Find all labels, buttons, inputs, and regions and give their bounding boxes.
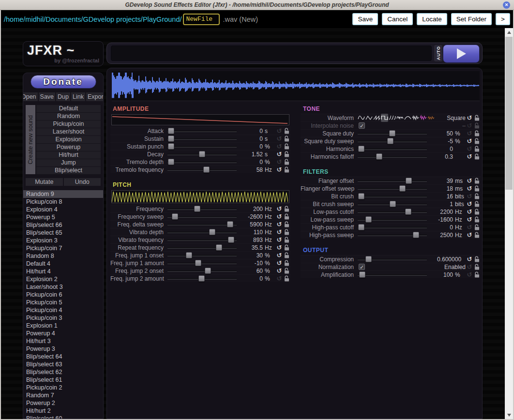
slider-thumb[interactable] (194, 206, 200, 212)
donate-button[interactable]: Donate (30, 75, 96, 89)
reset-icon[interactable]: ↺ (275, 268, 283, 274)
sound-list-item[interactable]: Pickup/coin 2 (23, 384, 103, 391)
slider-track[interactable] (167, 146, 237, 148)
lock-icon[interactable] (473, 201, 481, 207)
param-control[interactable] (167, 159, 237, 165)
param-control[interactable] (167, 237, 237, 243)
slider-track[interactable] (167, 162, 237, 163)
lock-icon[interactable] (473, 115, 481, 121)
sound-list-item[interactable]: Blip/select 61 (23, 376, 103, 384)
slider-thumb[interactable] (168, 159, 174, 165)
param-control[interactable] (358, 256, 427, 263)
sound-list-item[interactable]: Powerup 4 (23, 330, 103, 337)
autoplay-toggle[interactable]: AUTO (434, 45, 442, 61)
lock-icon[interactable] (283, 260, 290, 266)
param-control[interactable] (358, 201, 427, 208)
reset-icon[interactable]: ↺ (466, 193, 473, 200)
sound-list-item[interactable]: Random 7 (23, 391, 103, 399)
toolbar-button-set-folder[interactable]: Set Folder (451, 13, 492, 25)
lock-icon[interactable] (283, 166, 290, 173)
reset-icon[interactable]: ↺ (275, 252, 283, 259)
lock-icon[interactable] (473, 256, 481, 262)
lock-icon[interactable] (283, 237, 290, 243)
param-control[interactable] (167, 244, 237, 251)
checkbox-checked[interactable]: ✓ (359, 264, 365, 270)
page-scrollbar[interactable] (505, 28, 513, 419)
reset-icon[interactable]: ↺ (466, 209, 473, 215)
waveform-option-breaker-icon[interactable] (404, 114, 411, 122)
slider-track[interactable] (358, 156, 427, 158)
lock-icon[interactable] (473, 216, 481, 223)
slider-thumb[interactable] (195, 260, 201, 266)
reset-icon[interactable]: ↺ (275, 275, 283, 282)
lock-icon[interactable] (473, 138, 481, 144)
sound-list-item[interactable]: Default 4 (23, 260, 103, 268)
slider-thumb[interactable] (198, 275, 205, 282)
reset-icon[interactable]: ↺ (466, 138, 473, 145)
slider-track[interactable] (358, 196, 427, 197)
reset-icon[interactable]: ↺ (466, 201, 473, 208)
lock-icon[interactable] (473, 193, 481, 199)
param-control[interactable] (167, 252, 237, 259)
slider-track[interactable] (358, 227, 427, 228)
waveform-option-whitenoise-icon[interactable] (412, 114, 419, 122)
file-action-link[interactable]: Link (71, 92, 85, 101)
slider-thumb[interactable] (205, 268, 211, 274)
slider-track[interactable] (167, 255, 237, 256)
toolbar-button-locate[interactable]: Locate (417, 13, 447, 25)
reset-icon[interactable]: ↺ (275, 213, 283, 220)
param-control[interactable] (358, 178, 427, 184)
slider-thumb[interactable] (227, 221, 233, 227)
lock-icon[interactable] (473, 224, 481, 230)
reset-icon[interactable]: ↺ (466, 178, 473, 184)
slider-thumb[interactable] (168, 143, 174, 150)
preset-explosion[interactable]: Explosion (36, 136, 101, 143)
slider-track[interactable] (167, 232, 237, 233)
sound-list-item[interactable]: Laser/shoot 3 (23, 283, 103, 291)
param-control[interactable] (358, 216, 427, 223)
param-control[interactable] (167, 166, 237, 173)
slider-thumb[interactable] (387, 138, 393, 144)
reset-icon[interactable]: ↺ (466, 146, 473, 152)
slider-track[interactable] (167, 131, 237, 132)
file-action-export[interactable]: Export (86, 92, 104, 101)
slider-thumb[interactable] (376, 153, 382, 160)
lock-icon[interactable] (473, 178, 481, 184)
sound-list-item[interactable]: Hit/hurt 3 (23, 337, 103, 345)
reset-icon[interactable]: ↺ (466, 216, 473, 223)
sound-list-item[interactable]: Powerup 5 (23, 213, 103, 221)
param-control[interactable] (358, 146, 427, 152)
slider-track[interactable] (358, 211, 427, 213)
slider-thumb[interactable] (203, 166, 210, 173)
reset-icon[interactable]: ↺ (275, 128, 283, 135)
reset-icon[interactable]: ↺ (275, 206, 283, 212)
slider-track[interactable] (167, 240, 237, 241)
sound-list-item[interactable]: Explosion 4 (23, 206, 103, 213)
sound-list-item[interactable]: Pickup/coin 6 (23, 291, 103, 299)
sound-list-item[interactable]: Blip/select 62 (23, 368, 103, 376)
slider-thumb[interactable] (199, 151, 205, 157)
lock-icon[interactable] (473, 122, 481, 129)
lock-icon[interactable] (283, 252, 290, 258)
param-control[interactable] (167, 260, 237, 267)
preset-default[interactable]: Default (36, 105, 101, 112)
scrollbar-up-arrow[interactable] (505, 29, 513, 36)
file-action-open[interactable]: Open (23, 92, 38, 101)
slider-track[interactable] (167, 138, 237, 140)
slider-thumb[interactable] (390, 201, 396, 207)
reset-icon[interactable]: ↺ (275, 260, 283, 267)
slider-thumb[interactable] (216, 244, 222, 251)
lock-icon[interactable] (283, 151, 290, 157)
sound-list-item[interactable]: Pickup/coin 8 (23, 198, 103, 206)
filename-input[interactable] (183, 14, 220, 25)
slider-thumb[interactable] (359, 271, 365, 278)
waveform-option-whistle-icon[interactable] (396, 114, 404, 122)
sound-list-item[interactable]: Hit/hurt 4 (23, 268, 103, 275)
sound-list-item[interactable]: Powerup 3 (23, 345, 103, 353)
file-action-dup[interactable]: Dup (56, 92, 70, 101)
slider-thumb[interactable] (399, 185, 406, 192)
reset-icon[interactable]: ↺ (275, 221, 283, 228)
slider-track[interactable] (358, 188, 427, 190)
sound-list-item[interactable]: Pickup/coin 7 (23, 244, 103, 252)
preset-powerup[interactable]: Powerup (36, 144, 101, 151)
